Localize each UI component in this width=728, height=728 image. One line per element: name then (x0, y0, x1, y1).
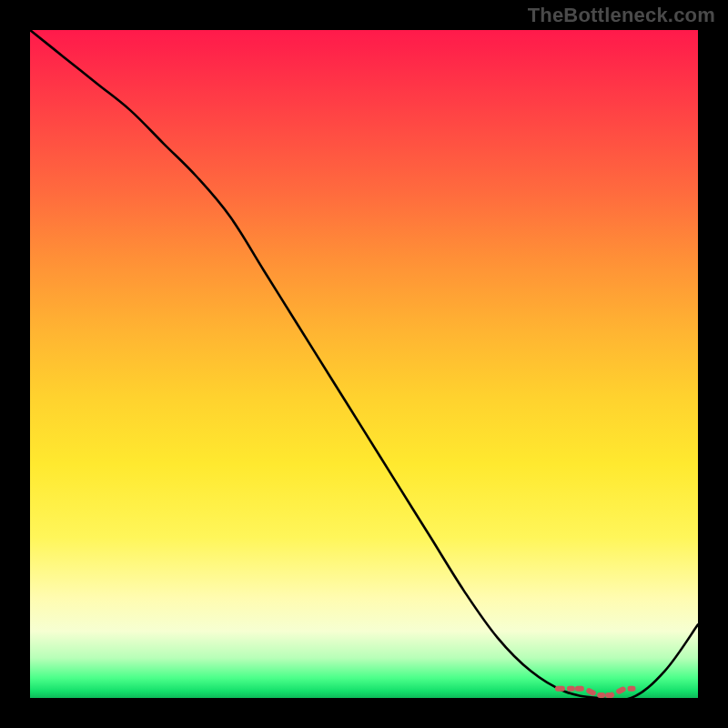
chart-frame: TheBottleneck.com (0, 0, 728, 728)
curve-path (30, 30, 698, 701)
watermark-text: TheBottleneck.com (528, 4, 715, 27)
line-chart (30, 30, 698, 698)
plot-area (30, 30, 698, 698)
